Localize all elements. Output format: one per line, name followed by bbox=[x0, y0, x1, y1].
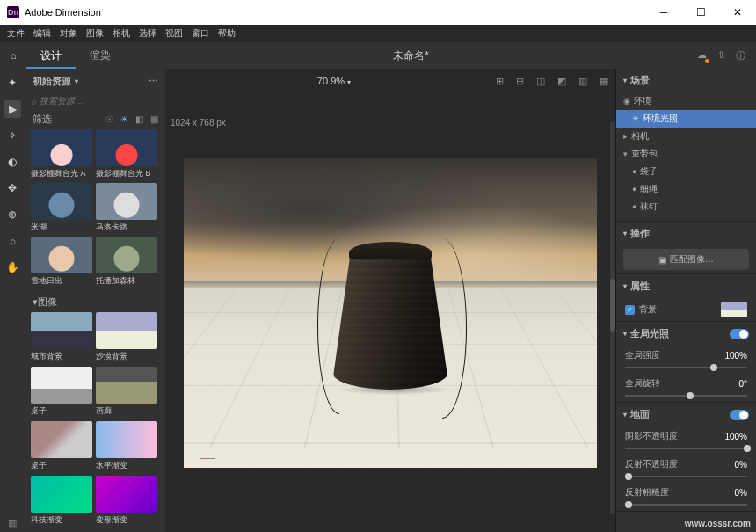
match-image-button[interactable]: ▣匹配图像… bbox=[623, 249, 749, 270]
asset-thumb[interactable]: 托潘加森林 bbox=[96, 237, 157, 287]
menu-file[interactable]: 文件 bbox=[7, 27, 25, 40]
asset-thumb[interactable]: 摄影棚舞台光 B bbox=[96, 129, 157, 179]
hand-tool[interactable]: ✋ bbox=[4, 259, 21, 276]
bg-label: 背景 bbox=[639, 303, 721, 316]
select-tool[interactable]: ▶ bbox=[4, 100, 21, 118]
node-icon: ● bbox=[632, 202, 636, 211]
maximize-button[interactable]: ☐ bbox=[682, 0, 719, 25]
viewport-icon-1[interactable]: ⊞ bbox=[496, 76, 504, 87]
node-icon: ▸ bbox=[623, 132, 628, 141]
zoom-dropdown[interactable]: 70.9% ▾ bbox=[172, 76, 496, 86]
cloud-sync-icon[interactable]: ☁ bbox=[697, 49, 707, 62]
search-input[interactable]: ⌕ 搜索资源… bbox=[31, 95, 160, 107]
global-light-toggle[interactable] bbox=[730, 329, 749, 339]
images-label[interactable]: 图像 bbox=[38, 295, 57, 309]
asset-thumb[interactable]: 米湖 bbox=[31, 183, 92, 233]
filter-label[interactable]: 筛选 bbox=[33, 113, 52, 126]
share-icon[interactable]: ⇧ bbox=[717, 49, 725, 62]
tab-design[interactable]: 设计 bbox=[26, 42, 76, 69]
wand-tool[interactable]: ✧ bbox=[4, 127, 21, 144]
scene-node[interactable]: ●袜钉 bbox=[616, 198, 756, 215]
scene-node[interactable]: ☀环境光照 bbox=[616, 110, 756, 128]
asset-thumb[interactable]: 桌子 bbox=[31, 367, 92, 418]
scene-title[interactable]: 场景 bbox=[630, 74, 650, 87]
scene-node[interactable]: ●细绳 bbox=[616, 180, 756, 198]
menu-image[interactable]: 图像 bbox=[86, 27, 104, 40]
toolbar: ✦ ▶ ✧ ◐ ✥ ⊕ ⌕ ✋ bbox=[0, 69, 25, 532]
menu-view[interactable]: 视图 bbox=[165, 27, 183, 40]
asset-thumb[interactable]: 水平渐变 bbox=[96, 421, 157, 472]
filter-icon-1[interactable]: ☉ bbox=[105, 114, 113, 124]
refl-opacity-slider[interactable] bbox=[625, 476, 747, 477]
node-label: 环境 bbox=[634, 95, 651, 107]
add-tool[interactable]: ✦ bbox=[4, 74, 21, 91]
asset-thumb[interactable]: 马洛卡路 bbox=[96, 183, 157, 233]
filter-icon-4[interactable]: ▦ bbox=[150, 114, 158, 124]
menu-edit[interactable]: 编辑 bbox=[33, 27, 51, 40]
menu-select[interactable]: 选择 bbox=[139, 27, 156, 40]
actions-title[interactable]: 操作 bbox=[630, 227, 650, 240]
asset-thumb[interactable]: 画廊 bbox=[96, 367, 157, 418]
viewport-icon-3[interactable]: ◫ bbox=[536, 76, 545, 87]
asset-label: 马洛卡路 bbox=[96, 220, 157, 233]
menu-window[interactable]: 窗口 bbox=[192, 27, 209, 40]
chevron-down-icon[interactable]: ▾ bbox=[75, 77, 78, 85]
tab-render[interactable]: 渲染 bbox=[76, 42, 125, 69]
assets-panel: 初始资源 ▾ ⋯ ⌕ 搜索资源… 筛选 ☉ ☀ ◧ ▦ 摄影棚舞台光 A摄影棚舞… bbox=[25, 69, 165, 532]
asset-thumb[interactable]: 雪地日出 bbox=[31, 237, 92, 287]
viewport-icon-4[interactable]: ◩ bbox=[557, 76, 566, 87]
chevron-down-icon[interactable]: ▾ bbox=[623, 282, 627, 290]
scene-node[interactable]: ▸相机 bbox=[616, 128, 756, 145]
chevron-down-icon[interactable]: ▾ bbox=[623, 230, 627, 237]
viewport-icon-6[interactable]: ▦ bbox=[600, 76, 608, 87]
asset-thumb[interactable]: 桌子 bbox=[31, 421, 92, 472]
menu-object[interactable]: 对象 bbox=[60, 27, 77, 40]
chevron-down-icon[interactable]: ▾ bbox=[623, 77, 627, 84]
assets-menu-button[interactable]: ⋯ bbox=[149, 76, 158, 87]
asset-thumb[interactable]: 沙漠背景 bbox=[96, 312, 157, 363]
menu-camera[interactable]: 相机 bbox=[113, 27, 130, 40]
document-title: 未命名* bbox=[125, 48, 697, 63]
scene-node[interactable]: ◉环境 bbox=[616, 92, 756, 110]
filter-icon-2[interactable]: ☀ bbox=[120, 114, 128, 124]
filter-icon-3[interactable]: ◧ bbox=[135, 114, 143, 124]
chevron-down-icon[interactable]: ▾ bbox=[623, 330, 627, 338]
node-label: 环境光照 bbox=[643, 113, 678, 125]
drawstring-bag-object[interactable] bbox=[324, 222, 456, 390]
ground-title[interactable]: 地面 bbox=[630, 408, 730, 421]
viewport-icon-5[interactable]: ▥ bbox=[578, 76, 587, 87]
home-button[interactable]: ⌂ bbox=[0, 42, 26, 69]
chevron-down-icon[interactable]: ▾ bbox=[623, 411, 627, 419]
asset-thumb[interactable]: 摄影棚舞台光 A bbox=[31, 129, 92, 179]
asset-label: 水平渐变 bbox=[96, 458, 157, 471]
orbit-tool[interactable]: ⊕ bbox=[4, 206, 21, 223]
help-icon[interactable]: ⓘ bbox=[736, 49, 745, 62]
chevron-down-icon: ▾ bbox=[347, 78, 351, 86]
scene-node[interactable]: ●袋子 bbox=[616, 163, 756, 180]
refl-rough-slider[interactable] bbox=[625, 504, 747, 506]
minimize-button[interactable]: ─ bbox=[645, 0, 682, 25]
global-light-title[interactable]: 全局光照 bbox=[630, 327, 730, 340]
scene-node[interactable]: ▾束带包 bbox=[616, 145, 756, 163]
global-rotation-slider[interactable] bbox=[625, 395, 747, 397]
canvas-scrollbar[interactable] bbox=[610, 121, 615, 514]
viewport-icon-2[interactable]: ⊟ bbox=[516, 76, 524, 87]
props-title[interactable]: 属性 bbox=[630, 280, 650, 293]
axis-gizmo[interactable] bbox=[193, 433, 219, 459]
3d-canvas[interactable] bbox=[184, 158, 597, 468]
asset-thumb[interactable]: 城市背景 bbox=[31, 312, 92, 363]
shadow-opacity-slider[interactable] bbox=[625, 448, 747, 449]
bottom-bar-icon[interactable]: ▥ bbox=[0, 513, 25, 532]
menu-help[interactable]: 帮助 bbox=[218, 27, 236, 40]
bg-thumbnail[interactable] bbox=[721, 302, 747, 317]
move-tool[interactable]: ✥ bbox=[4, 179, 21, 197]
asset-thumb[interactable]: 变形渐变 bbox=[96, 476, 157, 527]
close-button[interactable]: ✕ bbox=[719, 0, 756, 25]
sampler-tool[interactable]: ◐ bbox=[4, 153, 21, 171]
ground-toggle[interactable] bbox=[730, 410, 749, 420]
asset-thumb[interactable]: 科技渐变 bbox=[31, 476, 92, 527]
bg-checkbox[interactable]: ✓ bbox=[625, 305, 635, 315]
zoom-tool[interactable]: ⌕ bbox=[4, 232, 21, 250]
global-intensity-slider[interactable] bbox=[625, 367, 747, 368]
assets-title[interactable]: 初始资源 bbox=[33, 75, 71, 88]
